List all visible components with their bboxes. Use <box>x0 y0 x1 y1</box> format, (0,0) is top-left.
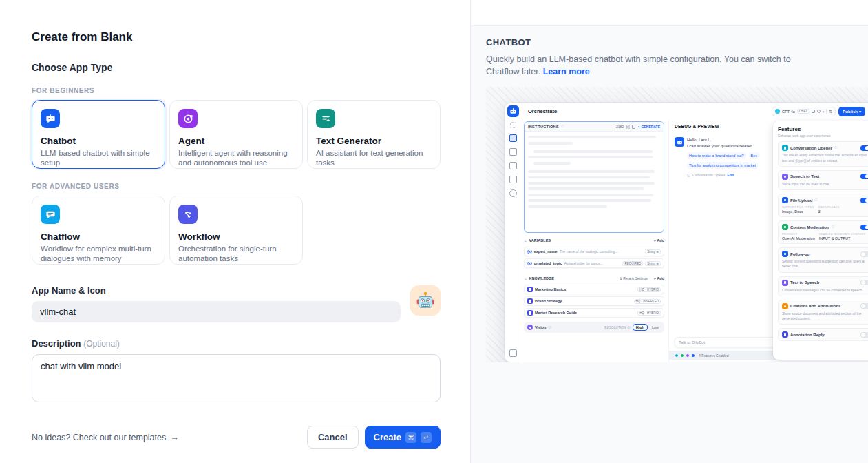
create-button[interactable]: Create ⌘ ↵ <box>365 426 441 449</box>
skeleton-line <box>528 156 653 158</box>
feature-name: Follow-up <box>790 252 809 256</box>
dataset-icon <box>527 310 533 316</box>
skeleton-line <box>528 194 653 196</box>
feature-col-label: SUPPORT FILE TYPES <box>782 205 814 209</box>
feature-toggle <box>860 145 868 151</box>
mini-model-selector: GPT-4o CHAT ▾ ⇅ <box>772 107 836 116</box>
mini-variables-header: ⌄ VARIABLES + Add <box>524 236 664 245</box>
mini-knowledge-row: Marketing Basics HQ · HYBRID <box>524 285 664 294</box>
resolution-high-option: High <box>633 324 648 331</box>
preview-description: Quickly build an LLM-based chatbot with … <box>486 53 815 78</box>
mini-model-mode-tag: CHAT <box>797 109 809 114</box>
group-label-advanced: FOR ADVANCED USERS <box>32 183 441 190</box>
card-desc: AI assistant for text generation tasks <box>316 148 432 168</box>
feature-toggle <box>860 174 868 179</box>
description-optional-text: (Optional) <box>83 339 120 349</box>
info-icon: ⓘ <box>814 198 818 202</box>
dataset-name: Market Research Guide <box>535 311 577 315</box>
feature-col-value: INPUT & OUTPUT <box>819 236 865 240</box>
variable-type: String <box>647 262 655 265</box>
resolution-label: RESOLUTION ⓘ <box>604 326 630 329</box>
preview-pane-header-strip <box>471 0 868 26</box>
skeleton-line <box>533 162 571 165</box>
description-section: Description (Optional) chat with vllm mo… <box>32 338 441 405</box>
mini-sidebar-collapse-icon <box>510 122 516 128</box>
agent-icon <box>178 109 198 128</box>
variable-type-badge: String ⊕ <box>645 261 661 266</box>
description-textarea[interactable]: chat with vllm model <box>32 354 441 402</box>
card-desc: LLM-based chatbot with simple setup <box>41 148 156 168</box>
skeleton-line <box>528 136 656 138</box>
feature-item: Speech to Text Voice input can be used i… <box>778 170 868 190</box>
mini-model-icon-1 <box>812 110 815 113</box>
speech-to-text-icon <box>782 174 788 180</box>
preview-heading: CHATBOT <box>486 37 868 48</box>
card-title: Text Generator <box>316 136 432 146</box>
feature-toggle <box>860 280 868 285</box>
dialog-title: Create from Blank <box>32 30 441 44</box>
app-type-card-workflow[interactable]: Workflow Orchestration for single-turn a… <box>169 196 303 265</box>
mini-config-column: INSTRUCTIONS ⓘ 2182 {x} ✦ GENERATE <box>522 120 668 362</box>
mini-chip-divider <box>826 109 827 114</box>
learn-more-link[interactable]: Learn more <box>543 67 590 76</box>
description-label-text: Description <box>32 338 81 349</box>
conversation-opener-icon <box>782 145 788 151</box>
mini-rerank-settings: ⇅ Rerank Settings <box>620 276 648 280</box>
app-name-input[interactable] <box>32 301 401 322</box>
mini-chevron-down-icon: ▾ <box>823 110 825 114</box>
feature-toggle <box>860 332 868 338</box>
copy-icon <box>632 125 635 129</box>
workflow-icon <box>178 205 198 224</box>
cancel-button[interactable]: Cancel <box>307 426 359 449</box>
info-icon: ⓘ <box>561 125 564 128</box>
dataset-mode-badge: HQ · HYBRID <box>637 287 661 292</box>
templates-link[interactable]: No ideas? Check out our templates → <box>32 433 179 442</box>
feature-name: Annotation Reply <box>790 333 825 337</box>
plus-circle-icon: ⊕ <box>656 262 659 265</box>
app-type-card-text-generator[interactable]: Text Generator AI assistant for text gen… <box>307 100 441 169</box>
variable-braces-icon: {x} <box>527 249 532 254</box>
feature-desc: Voice input can be used in chat. <box>782 182 868 187</box>
caret-icon: ⌄ <box>524 238 527 243</box>
rerank-label: Rerank Settings <box>623 276 648 280</box>
app-icon-picker[interactable] <box>410 285 441 316</box>
app-type-card-chatbot[interactable]: Chatbot LLM-based chatbot with simple se… <box>32 100 165 169</box>
feature-col-value: Image, Docs <box>782 209 814 214</box>
mini-features-bar: 4 Features Enabled <box>669 351 786 360</box>
feature-dot-icon <box>675 353 679 358</box>
feature-toggle <box>860 251 868 257</box>
mini-knowledge-header: ⌄ KNOWLEDGE ⇅ Rerank Settings + Add <box>524 274 664 282</box>
mini-variable-row: {x} expert_name The name of the strategi… <box>524 247 664 256</box>
dataset-mode-badge: HQ · INVERTED <box>634 299 661 304</box>
feature-toggle <box>860 303 868 309</box>
info-icon: ⓘ <box>548 326 551 329</box>
feature-name: Citations and Attributions <box>790 304 840 308</box>
mini-header: Orchestrate GPT-4o CHAT ▾ ⇅ <box>522 103 868 120</box>
text-to-speech-icon <box>782 280 788 286</box>
mini-publish-label: Publish <box>843 110 858 114</box>
file-upload-icon <box>782 197 788 203</box>
mini-knowledge-row: Market Research Guide HQ · HYBRID <box>524 308 664 318</box>
feature-desc: You are an entity extraction model that … <box>782 153 868 163</box>
card-title: Chatbot <box>41 136 156 146</box>
app-type-card-agent[interactable]: Agent Intelligent agent with reasoning a… <box>169 100 303 169</box>
features-panel-subtitle: Enhance web app user experience <box>778 134 831 138</box>
cmd-key-icon: ⌘ <box>405 432 416 443</box>
app-type-card-chatflow[interactable]: Chatflow Workflow for complex multi-turn… <box>32 196 165 265</box>
skeleton-line <box>533 150 653 153</box>
mini-bot-avatar <box>675 137 684 147</box>
opener-label: Conversation Opener <box>692 173 726 177</box>
feature-toggle <box>860 198 868 203</box>
feature-dot-icon <box>691 353 695 358</box>
resolution-low-option: Low <box>650 325 661 330</box>
mini-instructions-title: INSTRUCTIONS <box>528 125 559 129</box>
text-generator-icon <box>316 109 335 128</box>
feature-col-value: 3 <box>818 209 840 214</box>
feature-name: Conversation Opener <box>790 146 832 150</box>
mini-model-name: GPT-4o <box>782 110 795 114</box>
mini-knowledge-add-button: + Add <box>654 276 664 280</box>
feature-col-label: ENABLED MODERATE CONTENT <box>819 232 865 236</box>
caret-icon: ⌄ <box>524 276 527 280</box>
info-icon: ⓘ <box>832 225 835 229</box>
mini-sidebar-orchestrate-icon <box>509 134 517 142</box>
